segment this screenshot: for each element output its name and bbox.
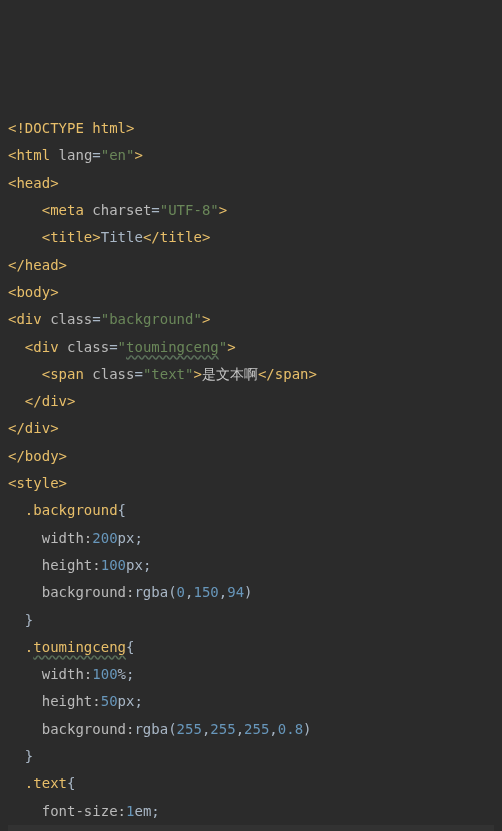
punct: <: [42, 366, 50, 382]
punct: </: [8, 420, 25, 436]
unit: px;: [118, 530, 143, 546]
punct: >: [126, 120, 134, 136]
indent: [8, 803, 42, 819]
string: "text": [143, 366, 194, 382]
punct: >: [134, 147, 142, 163]
unit: em;: [134, 803, 159, 819]
num: 50: [101, 693, 118, 709]
num: 0: [177, 584, 185, 600]
code-line[interactable]: <span class="text">是文本啊</span>: [8, 361, 494, 388]
indent: [8, 748, 25, 764]
unit: px;: [126, 557, 151, 573]
tag: span: [275, 366, 309, 382]
code-line[interactable]: </div>: [8, 415, 494, 442]
brace: {: [126, 639, 134, 655]
code-line[interactable]: <style>: [8, 470, 494, 497]
punct: </: [143, 229, 160, 245]
selector: .text: [25, 775, 67, 791]
code-line[interactable]: .toumingceng{: [8, 634, 494, 661]
tag: head: [16, 175, 50, 191]
punct: >: [50, 284, 58, 300]
tag: head: [25, 257, 59, 273]
tag: span: [50, 366, 92, 382]
code-line[interactable]: <html lang="en">: [8, 142, 494, 169]
code-line[interactable]: <title>Title</title>: [8, 224, 494, 251]
indent: [8, 530, 42, 546]
punct: </: [258, 366, 275, 382]
punct: >: [59, 448, 67, 464]
code-line[interactable]: color:back;: [8, 825, 494, 831]
punct: >: [92, 229, 100, 245]
punct: >: [202, 311, 210, 327]
prop: background:: [42, 584, 135, 600]
code-line[interactable]: <div class="background">: [8, 306, 494, 333]
brace: {: [118, 502, 126, 518]
punct: >: [309, 366, 317, 382]
code-line[interactable]: }: [8, 607, 494, 634]
code-line[interactable]: <head>: [8, 170, 494, 197]
unit: px;: [118, 693, 143, 709]
punct: >: [219, 202, 227, 218]
punct: </: [8, 448, 25, 464]
code-line[interactable]: background:rgba(0,150,94): [8, 579, 494, 606]
fn: rgba(: [134, 584, 176, 600]
prop: height:: [42, 693, 101, 709]
code-line[interactable]: </head>: [8, 252, 494, 279]
num: 150: [193, 584, 218, 600]
code-line[interactable]: width:200px;: [8, 525, 494, 552]
eq: =: [109, 339, 117, 355]
punct: >: [59, 257, 67, 273]
indent: [8, 775, 25, 791]
code-line[interactable]: }: [8, 743, 494, 770]
punct: >: [67, 393, 75, 409]
code-line[interactable]: .text{: [8, 770, 494, 797]
punct: >: [59, 475, 67, 491]
code-line[interactable]: <div class="toumingceng">: [8, 334, 494, 361]
attr: class: [50, 311, 92, 327]
punct: </: [8, 257, 25, 273]
brace: }: [25, 748, 33, 764]
indent: [8, 666, 42, 682]
code-line[interactable]: <!DOCTYPE html>: [8, 115, 494, 142]
tag: style: [16, 475, 58, 491]
paren: ): [244, 584, 252, 600]
tag: div: [33, 339, 67, 355]
comma: ,: [219, 584, 227, 600]
code-line[interactable]: width:100%;: [8, 661, 494, 688]
code-line[interactable]: background:rgba(255,255,255,0.8): [8, 716, 494, 743]
code-line[interactable]: <meta charset="UTF-8">: [8, 197, 494, 224]
indent: [8, 339, 25, 355]
tag: body: [25, 448, 59, 464]
code-line[interactable]: </div>: [8, 388, 494, 415]
num: 94: [227, 584, 244, 600]
prop: height:: [42, 557, 101, 573]
unit: %;: [118, 666, 135, 682]
code-editor[interactable]: <!DOCTYPE html><html lang="en"><head> <m…: [8, 115, 494, 831]
tag: html: [92, 120, 126, 136]
tag: html: [16, 147, 58, 163]
prop: background:: [42, 721, 135, 737]
num: 255: [177, 721, 202, 737]
tag: title: [160, 229, 202, 245]
attr: class: [67, 339, 109, 355]
code-line[interactable]: </body>: [8, 443, 494, 470]
comma: ,: [236, 721, 244, 737]
punct: >: [193, 366, 201, 382]
string: ": [118, 339, 126, 355]
eq: =: [92, 311, 100, 327]
code-line[interactable]: height:100px;: [8, 552, 494, 579]
tag: div: [16, 311, 50, 327]
indent: [8, 229, 42, 245]
code-line[interactable]: <body>: [8, 279, 494, 306]
paren: ): [303, 721, 311, 737]
tag: div: [25, 420, 50, 436]
string: "UTF-8": [160, 202, 219, 218]
text: 是文本啊: [202, 366, 258, 382]
punct: >: [50, 420, 58, 436]
attr: class: [92, 366, 134, 382]
tag: meta: [50, 202, 92, 218]
code-line[interactable]: font-size:1em;: [8, 798, 494, 825]
punct: </: [25, 393, 42, 409]
code-line[interactable]: .background{: [8, 497, 494, 524]
code-line[interactable]: height:50px;: [8, 688, 494, 715]
